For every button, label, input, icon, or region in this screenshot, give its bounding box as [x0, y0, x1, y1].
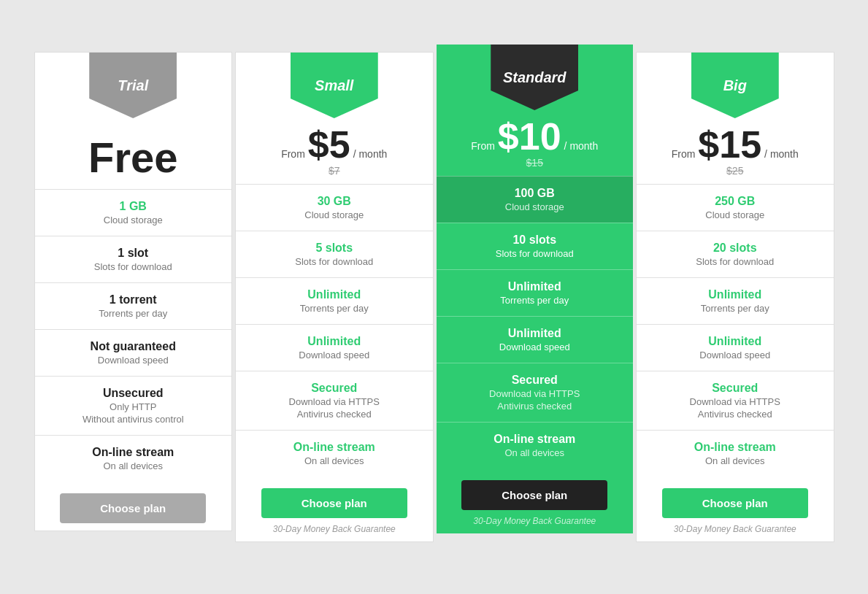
price-old-big: $25: [726, 165, 743, 177]
price-old-small: $7: [329, 165, 340, 177]
security-label1-big: Download via HTTPS: [644, 396, 826, 407]
stream-label-standard: On all devices: [444, 447, 626, 458]
torrents-value-trial: 1 torrent: [42, 293, 225, 306]
plan-card-small: Small From $5 / month $7 30 GB Cloud sto…: [235, 52, 434, 542]
price-area-standard: From $10 / month: [464, 110, 605, 155]
choose-btn-big[interactable]: Choose plan: [662, 488, 808, 518]
torrents-label-trial: Torrents per day: [42, 308, 225, 319]
plan-header-big: Big From $15 / month $25: [637, 53, 834, 184]
torrents-row-standard: Unlimited Torrents per day: [437, 269, 634, 316]
speed-label-big: Download speed: [644, 350, 826, 360]
plan-card-big: Big From $15 / month $25 250 GB Cloud st…: [636, 52, 834, 542]
storage-label-small: Cloud storage: [243, 209, 426, 220]
security-value-small: Secured: [243, 382, 426, 395]
price-per-standard: / month: [564, 140, 599, 152]
stream-value-standard: On-line stream: [444, 433, 626, 446]
storage-value-standard: 100 GB: [444, 187, 626, 200]
price-free-trial: Free: [88, 118, 178, 182]
plan-card-trial: TrialFree 1 GB Cloud storage 1 slot Slot…: [34, 52, 233, 531]
stream-label-trial: On all devices: [42, 460, 225, 471]
torrents-row-big: Unlimited Torrents per day: [637, 277, 834, 324]
storage-value-big: 250 GB: [644, 195, 826, 208]
storage-row-small: 30 GB Cloud storage: [236, 184, 433, 231]
stream-label-big: On all devices: [644, 455, 826, 466]
stream-row-big: On-line stream On all devices: [637, 430, 834, 477]
plan-header-small: Small From $5 / month $7: [236, 53, 433, 184]
plan-header-standard: Standard From $10 / month $15: [437, 45, 634, 176]
price-main-big: $15: [698, 126, 761, 163]
btn-area-big: Choose plan30-Day Money Back Guarantee: [637, 477, 834, 541]
torrents-label-small: Torrents per day: [243, 303, 426, 314]
slots-value-small: 5 slots: [243, 242, 426, 255]
guarantee-big: 30-Day Money Back Guarantee: [674, 524, 796, 534]
plan-card-standard: Standard From $10 / month $15 100 GB Clo…: [437, 45, 634, 533]
security-label2-big: Antivirus checked: [644, 409, 826, 420]
security-label2-trial: Without antivirus control: [42, 414, 225, 425]
price-area-small: From $5 / month: [274, 118, 394, 163]
slots-value-trial: 1 slot: [42, 247, 225, 260]
security-value-big: Secured: [644, 382, 826, 395]
price-main-standard: $10: [498, 117, 561, 155]
storage-label-standard: Cloud storage: [444, 201, 626, 212]
badge-standard: Standard: [491, 45, 578, 110]
slots-row-big: 20 slots Slots for download: [637, 231, 834, 277]
slots-label-small: Slots for download: [243, 256, 426, 267]
torrents-value-standard: Unlimited: [444, 280, 626, 293]
torrents-row-small: Unlimited Torrents per day: [236, 277, 433, 324]
badge-big: Big: [691, 53, 779, 118]
btn-area-standard: Choose plan30-Day Money Back Guarantee: [437, 468, 634, 533]
choose-btn-small[interactable]: Choose plan: [261, 488, 407, 518]
security-row-standard: Secured Download via HTTPS Antivirus che…: [437, 363, 634, 422]
choose-btn-standard[interactable]: Choose plan: [461, 480, 607, 510]
plan-header-trial: TrialFree: [35, 53, 232, 189]
stream-label-small: On all devices: [243, 455, 426, 466]
storage-label-trial: Cloud storage: [42, 215, 225, 225]
speed-label-small: Download speed: [243, 350, 426, 360]
speed-row-trial: Not guaranteed Download speed: [35, 329, 232, 376]
price-from-big: From: [672, 148, 696, 160]
torrents-value-big: Unlimited: [644, 288, 826, 301]
storage-row-trial: 1 GB Cloud storage: [35, 189, 232, 236]
security-label1-standard: Download via HTTPS: [444, 388, 626, 399]
speed-label-trial: Download speed: [42, 355, 225, 366]
slots-row-trial: 1 slot Slots for download: [35, 236, 232, 282]
slots-value-big: 20 slots: [644, 242, 826, 255]
slots-label-big: Slots for download: [644, 256, 826, 267]
storage-row-big: 250 GB Cloud storage: [637, 184, 834, 231]
torrents-value-small: Unlimited: [243, 288, 426, 301]
storage-value-trial: 1 GB: [42, 200, 225, 213]
price-from-small: From: [281, 148, 305, 160]
price-old-standard: $15: [526, 157, 543, 169]
stream-row-small: On-line stream On all devices: [236, 430, 433, 477]
stream-row-trial: On-line stream On all devices: [35, 435, 232, 482]
slots-label-standard: Slots for download: [444, 248, 626, 259]
storage-label-big: Cloud storage: [644, 209, 826, 220]
torrents-label-standard: Torrents per day: [444, 295, 626, 306]
speed-row-standard: Unlimited Download speed: [437, 316, 634, 363]
stream-row-standard: On-line stream On all devices: [437, 422, 634, 468]
storage-value-small: 30 GB: [243, 195, 426, 208]
security-row-small: Secured Download via HTTPS Antivirus che…: [236, 371, 433, 430]
security-label2-standard: Antivirus checked: [444, 401, 626, 412]
price-per-small: / month: [353, 148, 388, 160]
security-label2-small: Antivirus checked: [243, 409, 426, 420]
price-per-big: / month: [764, 148, 799, 160]
security-row-big: Secured Download via HTTPS Antivirus che…: [637, 371, 834, 430]
slots-value-standard: 10 slots: [444, 234, 626, 247]
speed-row-small: Unlimited Download speed: [236, 324, 433, 371]
slots-row-small: 5 slots Slots for download: [236, 231, 433, 277]
badge-small: Small: [291, 53, 378, 118]
storage-row-standard: 100 GB Cloud storage: [437, 176, 634, 223]
price-main-small: $5: [308, 126, 350, 163]
torrents-row-trial: 1 torrent Torrents per day: [35, 282, 232, 329]
badge-trial: Trial: [89, 53, 177, 118]
speed-label-standard: Download speed: [444, 342, 626, 352]
btn-area-trial: Choose plan: [35, 482, 232, 531]
stream-value-trial: On-line stream: [42, 446, 225, 459]
speed-value-standard: Unlimited: [444, 327, 626, 340]
security-value-standard: Secured: [444, 374, 626, 387]
price-from-standard: From: [471, 140, 495, 152]
choose-btn-trial[interactable]: Choose plan: [60, 493, 206, 523]
pricing-container: TrialFree 1 GB Cloud storage 1 slot Slot…: [33, 52, 836, 542]
stream-value-small: On-line stream: [243, 441, 426, 454]
